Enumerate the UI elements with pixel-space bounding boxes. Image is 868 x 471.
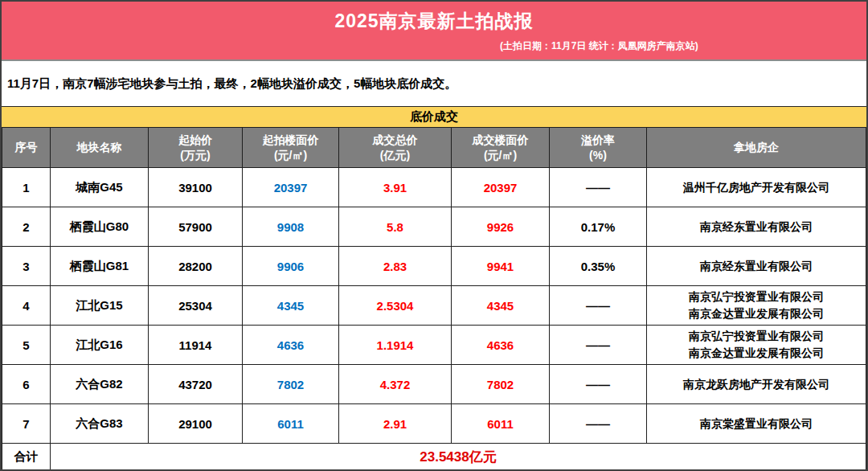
cell-start-price: 29100	[149, 404, 243, 444]
cell-index: 3	[2, 247, 51, 286]
table-row: 6 六合G82 43720 7802 4.372 7802 —— 南京龙跃房地产…	[2, 365, 866, 404]
cell-deal-floor-price: 4345	[452, 286, 550, 326]
cell-plot-name: 栖霞山G80	[51, 207, 149, 247]
auction-results-table: 序号 地块名称 起始价 (万元) 起拍楼面价 (元/㎡) 成交总价 (亿元) 成…	[2, 127, 866, 470]
summary-text: 11月7日，南京7幅涉宅地块参与土拍，最终，2幅地块溢价成交，5幅地块底价成交。	[2, 61, 866, 106]
total-value: 23.5438亿元	[51, 444, 866, 470]
cell-plot-name: 六合G83	[51, 404, 149, 444]
cell-deal-total-price: 5.8	[339, 207, 452, 247]
cell-start-floor-price: 9906	[243, 247, 339, 286]
report-title: 2025南京最新土拍战报	[2, 9, 866, 34]
cell-deal-floor-price: 6011	[452, 404, 550, 444]
cell-deal-total-price: 2.83	[339, 247, 452, 286]
col-header-premium-rate: 溢价率 (%)	[550, 128, 647, 168]
col-header-index: 序号	[2, 128, 51, 168]
table-footer: 合计 23.5438亿元	[2, 444, 866, 470]
cell-deal-floor-price: 4636	[452, 326, 550, 365]
cell-buyer: 南京龙跃房地产开发有限公司	[647, 365, 866, 404]
table-row: 7 六合G83 29100 6011 2.91 6011 —— 南京棠盛置业有限…	[2, 404, 866, 444]
cell-premium-rate: 0.35%	[550, 247, 647, 286]
table-row: 3 栖霞山G81 28200 9906 2.83 9941 0.35% 南京经东…	[2, 247, 866, 286]
cell-deal-floor-price: 9926	[452, 207, 550, 247]
cell-start-price: 11914	[149, 326, 243, 365]
cell-start-floor-price: 4345	[243, 286, 339, 326]
report-banner: 2025南京最新土拍战报 (土拍日期：11月7日 统计：凤凰网房产南京站)	[2, 2, 866, 61]
table-row: 1 城南G45 39100 20397 3.91 20397 —— 温州千亿房地…	[2, 168, 866, 207]
cell-plot-name: 栖霞山G81	[51, 247, 149, 286]
section-bar-floor-price-deals: 底价成交	[2, 106, 866, 127]
table-body: 1 城南G45 39100 20397 3.91 20397 —— 温州千亿房地…	[2, 168, 866, 444]
cell-plot-name: 城南G45	[51, 168, 149, 207]
cell-buyer: 南京经东置业有限公司	[647, 247, 866, 286]
table-row: 4 江北G15 25304 4345 2.5304 4345 —— 南京弘宁投资…	[2, 286, 866, 326]
cell-start-price: 25304	[149, 286, 243, 326]
land-auction-report: 2025南京最新土拍战报 (土拍日期：11月7日 统计：凤凰网房产南京站) 11…	[0, 0, 868, 471]
cell-start-floor-price: 20397	[243, 168, 339, 207]
cell-buyer: 南京弘宁投资置业有限公司 南京金达置业发展有限公司	[647, 286, 866, 326]
cell-start-price: 39100	[149, 168, 243, 207]
cell-premium-rate: ——	[550, 365, 647, 404]
cell-deal-total-price: 1.1914	[339, 326, 452, 365]
col-header-buyer: 拿地房企	[647, 128, 866, 168]
cell-buyer: 南京经东置业有限公司	[647, 207, 866, 247]
footer-row: 合计 23.5438亿元	[2, 444, 866, 470]
cell-premium-rate: ——	[550, 286, 647, 326]
total-label: 合计	[2, 444, 51, 470]
col-header-plot-name: 地块名称	[51, 128, 149, 168]
cell-deal-total-price: 2.5304	[339, 286, 452, 326]
cell-start-floor-price: 7802	[243, 365, 339, 404]
cell-deal-total-price: 4.372	[339, 365, 452, 404]
cell-index: 2	[2, 207, 51, 247]
cell-deal-floor-price: 7802	[452, 365, 550, 404]
cell-start-price: 43720	[149, 365, 243, 404]
table-header: 序号 地块名称 起始价 (万元) 起拍楼面价 (元/㎡) 成交总价 (亿元) 成…	[2, 128, 866, 168]
cell-start-floor-price: 4636	[243, 326, 339, 365]
cell-index: 1	[2, 168, 51, 207]
cell-buyer: 温州千亿房地产开发有限公司	[647, 168, 866, 207]
cell-index: 4	[2, 286, 51, 326]
col-header-start-floor-price: 起拍楼面价 (元/㎡)	[243, 128, 339, 168]
col-header-start-price: 起始价 (万元)	[149, 128, 243, 168]
cell-plot-name: 江北G15	[51, 286, 149, 326]
cell-buyer: 南京棠盛置业有限公司	[647, 404, 866, 444]
col-header-deal-total-price: 成交总价 (亿元)	[339, 128, 452, 168]
cell-deal-total-price: 3.91	[339, 168, 452, 207]
cell-premium-rate: ——	[550, 326, 647, 365]
report-subtitle: (土拍日期：11月7日 统计：凤凰网房产南京站)	[2, 39, 866, 53]
table-row: 2 栖霞山G80 57900 9908 5.8 9926 0.17% 南京经东置…	[2, 207, 866, 247]
cell-index: 7	[2, 404, 51, 444]
cell-start-floor-price: 9908	[243, 207, 339, 247]
col-header-deal-floor-price: 成交楼面价 (元/㎡)	[452, 128, 550, 168]
cell-buyer: 南京弘宁投资置业有限公司 南京金达置业发展有限公司	[647, 326, 866, 365]
cell-start-floor-price: 6011	[243, 404, 339, 444]
cell-index: 6	[2, 365, 51, 404]
cell-index: 5	[2, 326, 51, 365]
cell-premium-rate: ——	[550, 404, 647, 444]
cell-deal-floor-price: 9941	[452, 247, 550, 286]
header-row: 序号 地块名称 起始价 (万元) 起拍楼面价 (元/㎡) 成交总价 (亿元) 成…	[2, 128, 866, 168]
cell-plot-name: 江北G16	[51, 326, 149, 365]
cell-deal-floor-price: 20397	[452, 168, 550, 207]
table-row: 5 江北G16 11914 4636 1.1914 4636 —— 南京弘宁投资…	[2, 326, 866, 365]
cell-plot-name: 六合G82	[51, 365, 149, 404]
cell-start-price: 57900	[149, 207, 243, 247]
cell-deal-total-price: 2.91	[339, 404, 452, 444]
cell-premium-rate: 0.17%	[550, 207, 647, 247]
cell-start-price: 28200	[149, 247, 243, 286]
cell-premium-rate: ——	[550, 168, 647, 207]
